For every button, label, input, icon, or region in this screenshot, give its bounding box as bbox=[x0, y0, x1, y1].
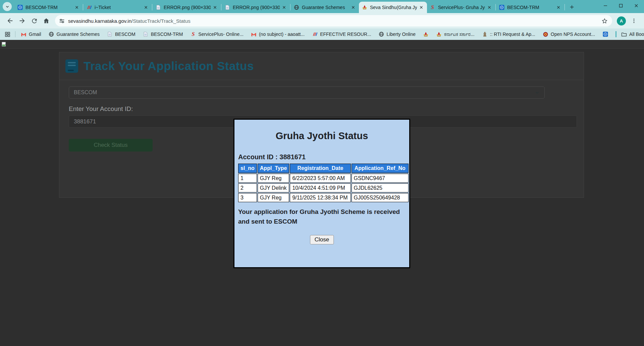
new-tab-button[interactable] bbox=[567, 2, 577, 12]
minimize-icon bbox=[603, 3, 608, 8]
status-message: Your application for Gruha Jyothi Scheme… bbox=[238, 207, 403, 226]
tab-close-icon[interactable] bbox=[555, 4, 561, 10]
tab-separator bbox=[495, 4, 496, 10]
url-text[interactable]: sevasindhu.karnataka.gov.in/StatucTrack/… bbox=[68, 18, 191, 24]
lion-capital-icon bbox=[482, 32, 488, 37]
bookmark-guarantee-schemes[interactable]: Guarantee Schemes bbox=[49, 32, 100, 37]
profile-avatar[interactable]: A bbox=[617, 16, 626, 25]
image-file-icon bbox=[155, 5, 161, 10]
check-status-button[interactable]: Check Status bbox=[69, 139, 153, 152]
all-bookmarks-button[interactable]: All Bookmarks bbox=[621, 32, 644, 37]
bookmark-liberty-online[interactable]: Liberty Online bbox=[379, 32, 416, 37]
serviceplus-icon: S bbox=[190, 32, 196, 37]
card-header: Track Your Application Status bbox=[59, 52, 584, 80]
bookmark-effective-resources[interactable]: EFFECTIVE RESOUR... bbox=[312, 32, 371, 37]
reload-button[interactable] bbox=[29, 15, 40, 26]
browser-menu-button[interactable] bbox=[629, 15, 639, 26]
bescom-app-icon bbox=[499, 5, 504, 10]
tab-serviceplus[interactable]: S ServicePlus- Gruha Jyothi bbox=[427, 2, 495, 13]
site-navbar-dimmed bbox=[0, 40, 644, 49]
col-header-application-ref-no: Application_Ref_No bbox=[352, 164, 409, 173]
gmail-icon bbox=[251, 32, 257, 37]
tab-close-icon[interactable] bbox=[486, 4, 492, 10]
bookmark-star-icon[interactable] bbox=[601, 17, 608, 24]
window-close-button[interactable] bbox=[629, 0, 644, 11]
image-file-icon bbox=[224, 5, 230, 10]
bookmarks-separator bbox=[15, 31, 15, 37]
bookmark-karnataka-sarkara[interactable]: ಕರ್ನಾಟಕ ಸರ್ಕಾರ... bbox=[436, 32, 475, 37]
apps-shortcut-button[interactable] bbox=[5, 32, 10, 37]
address-bar[interactable]: sevasindhu.karnataka.gov.in/StatucTrack/… bbox=[55, 15, 612, 26]
tab-title: ERROR.png (900×330) bbox=[233, 5, 280, 10]
tab-bescom-trm-1[interactable]: BESCOM-TRM bbox=[14, 2, 83, 13]
table-row: 3 GJY Reg 9/11/2025 12:38:34 PM GJ005S25… bbox=[238, 193, 409, 202]
bookmarks-bar: Gmail Guarantee Schemes BESCOM BESCOM-TR… bbox=[0, 28, 644, 40]
tab-title: BESCOM-TRM bbox=[507, 5, 554, 10]
tab-close-icon[interactable] bbox=[281, 4, 287, 10]
tab-separator bbox=[565, 4, 565, 10]
window-minimize-button[interactable] bbox=[598, 0, 613, 11]
document-icon bbox=[107, 32, 113, 37]
forward-button[interactable] bbox=[17, 15, 28, 26]
table-header-row: sl_no Appl_Type Registration_Date Applic… bbox=[238, 164, 409, 173]
tab-error-png-1[interactable]: ERROR.png (900×330) bbox=[153, 2, 221, 13]
bookmark-bescom-trm[interactable]: BESCOM-TRM bbox=[143, 32, 183, 37]
cell-sl-no: 1 bbox=[238, 174, 257, 183]
tab-seva-sindhu-active[interactable]: Seva Sindhu(Gruha Jyoti) bbox=[359, 2, 427, 13]
col-header-sl-no: sl_no bbox=[238, 164, 257, 173]
home-button[interactable] bbox=[41, 15, 52, 26]
globe-icon bbox=[49, 32, 54, 37]
bookmark-bescom[interactable]: BESCOM bbox=[107, 32, 136, 37]
tab-title: i~Ticket bbox=[95, 5, 142, 10]
site-info-icon[interactable] bbox=[59, 18, 65, 24]
iticket-icon bbox=[86, 5, 92, 10]
url-path: /StatucTrack/Track_Status bbox=[131, 18, 191, 24]
cell-registration-date: 9/11/2025 12:38:34 PM bbox=[290, 193, 351, 202]
tab-error-png-2[interactable]: ERROR.png (900×330) bbox=[222, 2, 290, 13]
table-row: 2 GJY Delink 10/4/2024 4:51:09 PM GJDL62… bbox=[238, 183, 409, 192]
all-bookmarks-label: All Bookmarks bbox=[629, 32, 644, 37]
bookmark-serviceplus-online[interactable]: S ServicePlus- Online... bbox=[190, 32, 244, 37]
tab-strip: BESCOM-TRM i~Ticket ERROR.png (900×330) … bbox=[0, 0, 644, 13]
browser-toolbar: sevasindhu.karnataka.gov.in/StatucTrack/… bbox=[0, 13, 644, 28]
bookmark-blue-only[interactable] bbox=[602, 32, 608, 37]
bookmark-label: Guarantee Schemes bbox=[57, 32, 100, 37]
tab-close-icon[interactable] bbox=[74, 4, 80, 10]
tab-close-icon[interactable] bbox=[350, 4, 356, 10]
window-maximize-button[interactable] bbox=[613, 0, 629, 11]
cell-application-ref-no: GJDL62625 bbox=[352, 183, 409, 192]
chevron-down-icon bbox=[535, 90, 540, 95]
back-button[interactable] bbox=[5, 15, 15, 26]
cell-registration-date: 10/4/2024 4:51:09 PM bbox=[290, 183, 351, 192]
tab-iticket[interactable]: i~Ticket bbox=[84, 2, 152, 13]
bookmark-open-nps[interactable]: Open NPS Account... bbox=[543, 32, 595, 37]
bookmark-label: Liberty Online bbox=[387, 32, 416, 37]
bookmark-label: EFFECTIVE RESOUR... bbox=[320, 32, 371, 37]
tab-search-button[interactable] bbox=[3, 2, 12, 11]
status-table: sl_no Appl_Type Registration_Date Applic… bbox=[237, 163, 409, 203]
tab-close-icon[interactable] bbox=[212, 4, 218, 10]
bookmark-label: Gmail bbox=[29, 32, 41, 37]
escom-select[interactable]: BESCOM bbox=[69, 86, 545, 99]
bookmark-label: ಕರ್ನಾಟಕ ಸರ್ಕಾರ... bbox=[444, 32, 475, 37]
gruha-jyothi-status-modal: Gruha Jyothi Status Account ID : 3881671… bbox=[233, 119, 410, 268]
bookmark-rti-request[interactable]: :: RTI Request & Ap... bbox=[482, 32, 535, 37]
kebab-menu-icon bbox=[631, 18, 637, 23]
tab-bescom-trm-2[interactable]: BESCOM-TRM bbox=[496, 2, 564, 13]
tab-close-icon[interactable] bbox=[418, 4, 424, 10]
tab-title: Guarantee Schemes bbox=[302, 5, 349, 10]
bookmark-gmail[interactable]: Gmail bbox=[21, 32, 41, 37]
tab-close-icon[interactable] bbox=[143, 4, 149, 10]
apps-grid-icon bbox=[5, 32, 10, 37]
table-row: 1 GJY Reg 6/22/2023 5:57:00 AM GSDNC9467 bbox=[238, 174, 409, 183]
bookmark-emblem-only[interactable] bbox=[423, 32, 429, 37]
page-content-dimmed: Track Your Application Status BESCOM Ent… bbox=[0, 40, 644, 346]
modal-close-button[interactable]: Close bbox=[310, 235, 334, 244]
cell-application-ref-no: GJ005S250649428 bbox=[352, 193, 409, 202]
cell-appl-type: GJY Reg bbox=[258, 193, 289, 202]
bookmark-no-subject[interactable]: (no subject) - aaoatt... bbox=[251, 32, 305, 37]
tab-guarantee-schemes[interactable]: Guarantee Schemes bbox=[291, 2, 359, 13]
modal-account-id: Account ID : 3881671 bbox=[238, 153, 306, 161]
bookmark-label: (no subject) - aaoatt... bbox=[259, 32, 305, 37]
hatch-icon bbox=[312, 32, 318, 37]
